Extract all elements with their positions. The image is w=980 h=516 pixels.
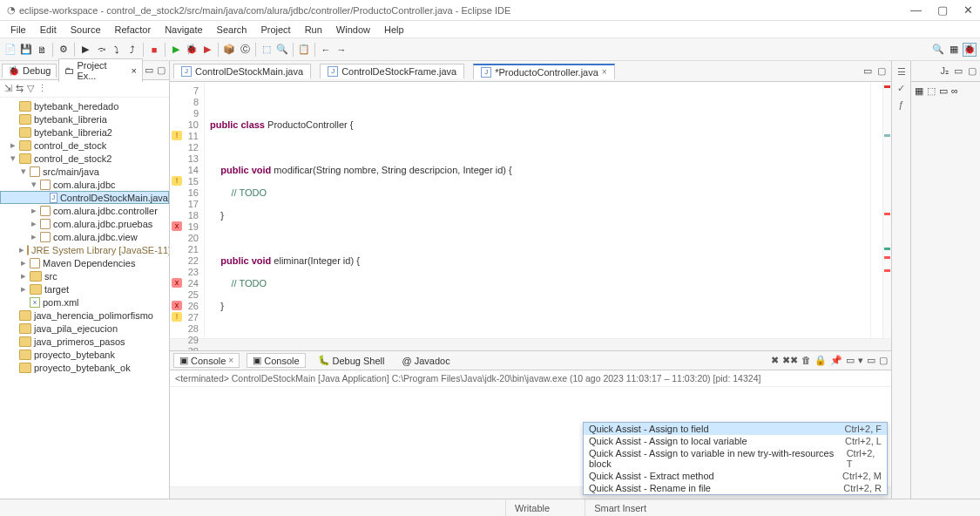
save-all-icon[interactable]: 🗎 xyxy=(35,43,49,57)
link-editor-icon[interactable]: ⇆ xyxy=(16,83,24,94)
right-trim: ☰ ✓ ƒ xyxy=(891,61,910,499)
tab-project-explorer[interactable]: 🗀 Project Ex... × xyxy=(58,58,143,82)
qa-assign-field[interactable]: Quick Assist - Assign to fieldCtrl+2, F xyxy=(584,423,887,435)
minimize-icon[interactable]: — xyxy=(910,3,922,17)
menu-run[interactable]: Run xyxy=(300,24,328,36)
error-icon[interactable]: x xyxy=(172,221,182,231)
scroll-lock-icon[interactable]: 🔒 xyxy=(814,355,827,366)
perspective-badge[interactable]: J₂ xyxy=(941,65,950,77)
pers-icon-3[interactable]: ▭ xyxy=(939,85,948,97)
outline-icon[interactable]: ☰ xyxy=(897,66,906,78)
menu-project[interactable]: Project xyxy=(255,24,295,36)
tasks-icon[interactable]: ✓ xyxy=(897,83,905,94)
overview-ruler[interactable] xyxy=(870,82,882,338)
title-bar: ◔ eclipse-workspace - control_de_stock2/… xyxy=(0,0,980,21)
editor-tab-2[interactable]: JControlDeStockFrame.java xyxy=(320,64,464,78)
collapse-all-icon[interactable]: ⇲ xyxy=(4,83,12,94)
open-type-icon[interactable]: ⬚ xyxy=(260,43,274,57)
min-console-icon[interactable]: ▭ xyxy=(867,355,875,366)
close-editor-icon[interactable]: × xyxy=(602,67,607,77)
pers-icon-1[interactable]: ▦ xyxy=(915,85,923,97)
new-class-icon[interactable]: Ⓒ xyxy=(238,43,252,57)
window-title: eclipse-workspace - control_de_stock2/sr… xyxy=(19,5,510,16)
gutter: 7 8 9 10 !11 12 13 14 !15 16 17 18 x19 2… xyxy=(170,82,205,338)
close-tab-icon[interactable]: × xyxy=(132,65,137,76)
menu-edit[interactable]: Edit xyxy=(35,24,62,36)
clear-console-icon[interactable]: 🗑 xyxy=(801,355,811,366)
java-perspective-icon[interactable]: 🐞 xyxy=(963,43,977,57)
menu-refactor[interactable]: Refactor xyxy=(110,24,157,36)
qa-assign-local[interactable]: Quick Assist - Assign to local variableC… xyxy=(584,435,887,447)
minimize-view-icon[interactable]: ▭ xyxy=(145,64,153,76)
new-package-icon[interactable]: 📦 xyxy=(222,43,236,57)
coverage-icon[interactable]: ▶ xyxy=(200,43,214,57)
javadoc-tab[interactable]: @ Javadoc xyxy=(397,355,456,367)
debug-stepout-icon[interactable]: ⤴ xyxy=(125,43,139,57)
qa-rename[interactable]: Quick Assist - Rename in fileCtrl+2, R xyxy=(584,482,887,494)
main-toolbar: 📄 💾 🗎 ⚙ ▶ ⤼ ⤵ ⤴ ■ ▶ 🐞 ▶ 📦 Ⓒ ⬚ 🔍 📋 ← → 🔍 … xyxy=(0,38,980,61)
debug-resume-icon[interactable]: ▶ xyxy=(78,43,92,57)
console-tab-2[interactable]: ▣ Console xyxy=(247,353,305,368)
search-icon[interactable]: 🔍 xyxy=(931,43,945,57)
tab-debug[interactable]: 🐞 Debug xyxy=(2,64,57,78)
save-icon[interactable]: 💾 xyxy=(19,43,33,57)
open-console-icon[interactable]: ▾ xyxy=(858,355,863,366)
error-icon[interactable]: x xyxy=(172,301,182,310)
menu-file[interactable]: File xyxy=(5,24,31,36)
editor-max-icon[interactable]: ▢ xyxy=(877,65,886,77)
max-console-icon[interactable]: ▢ xyxy=(879,355,888,366)
remove-all-icon[interactable]: ✖✖ xyxy=(782,355,798,366)
debug-stepover-icon[interactable]: ⤼ xyxy=(94,43,108,57)
back-icon[interactable]: ← xyxy=(319,43,333,57)
remove-launch-icon[interactable]: ✖ xyxy=(771,355,779,366)
horizontal-scrollbar[interactable] xyxy=(170,338,891,350)
tool-icon[interactable]: ⚙ xyxy=(57,43,71,57)
filter-icon[interactable]: ▽ xyxy=(27,83,34,94)
display-console-icon[interactable]: ▭ xyxy=(846,355,855,366)
menu-bar: File Edit Source Refactor Navigate Searc… xyxy=(0,21,980,38)
min-right-icon[interactable]: ▭ xyxy=(954,65,963,77)
warn-icon[interactable]: ! xyxy=(172,312,182,322)
editor-tab-3[interactable]: J*ProductoController.java× xyxy=(473,64,614,79)
warn-icon[interactable]: ! xyxy=(172,176,182,186)
maximize-icon[interactable]: ▢ xyxy=(937,3,948,17)
pers-icon-4[interactable]: ∞ xyxy=(951,85,958,97)
debug-stepinto-icon[interactable]: ⤵ xyxy=(110,43,124,57)
qa-assign-try[interactable]: Quick Assist - Assign to variable in new… xyxy=(584,447,887,470)
debug-icon[interactable]: 🐞 xyxy=(185,43,199,57)
stop-icon[interactable]: ■ xyxy=(147,43,161,57)
editor-min-icon[interactable]: ▭ xyxy=(863,65,872,77)
search-icon2[interactable]: 🔍 xyxy=(275,43,289,57)
menu-search[interactable]: Search xyxy=(212,24,253,36)
debug-shell-tab[interactable]: 🐛 Debug Shell xyxy=(313,354,390,367)
pin-console-icon[interactable]: 📌 xyxy=(830,355,842,366)
console-tab-1[interactable]: ▣ Console × xyxy=(173,353,240,368)
status-writable: Writable xyxy=(505,499,585,516)
new-icon[interactable]: 📄 xyxy=(3,43,17,57)
max-right-icon[interactable]: ▢ xyxy=(968,65,977,77)
task-icon[interactable]: 📋 xyxy=(297,43,311,57)
eclipse-icon: ◔ xyxy=(7,4,16,16)
editor-tab-1[interactable]: JControlDeStockMain.java xyxy=(173,64,311,78)
run-icon[interactable]: ▶ xyxy=(169,43,183,57)
maximize-view-icon[interactable]: ▢ xyxy=(157,64,166,76)
open-perspective-icon[interactable]: ▦ xyxy=(947,43,961,57)
marker-strip[interactable] xyxy=(882,82,891,338)
menu-window[interactable]: Window xyxy=(331,24,375,36)
quick-assist-popup[interactable]: Quick Assist - Assign to fieldCtrl+2, F … xyxy=(583,422,888,495)
view-menu-icon[interactable]: ⋮ xyxy=(37,83,47,94)
pers-icon-2[interactable]: ⬚ xyxy=(927,85,936,97)
project-tree[interactable]: bytebank_heredado bytebank_libreria byte… xyxy=(0,98,169,499)
close-console-icon[interactable]: × xyxy=(228,356,233,365)
tree-selected[interactable]: JControlDeStockMain.java xyxy=(0,191,169,204)
menu-source[interactable]: Source xyxy=(65,24,106,36)
menu-help[interactable]: Help xyxy=(379,24,409,36)
menu-navigate[interactable]: Navigate xyxy=(159,24,207,36)
warn-icon[interactable]: ! xyxy=(172,131,182,140)
forward-icon[interactable]: → xyxy=(335,43,348,57)
close-icon[interactable]: ✕ xyxy=(963,3,973,17)
code-editor[interactable]: public class ProductoController { public… xyxy=(205,82,870,338)
expr-icon[interactable]: ƒ xyxy=(898,99,903,110)
qa-extract-method[interactable]: Quick Assist - Extract methodCtrl+2, M xyxy=(584,470,887,482)
error-icon[interactable]: x xyxy=(172,278,182,288)
